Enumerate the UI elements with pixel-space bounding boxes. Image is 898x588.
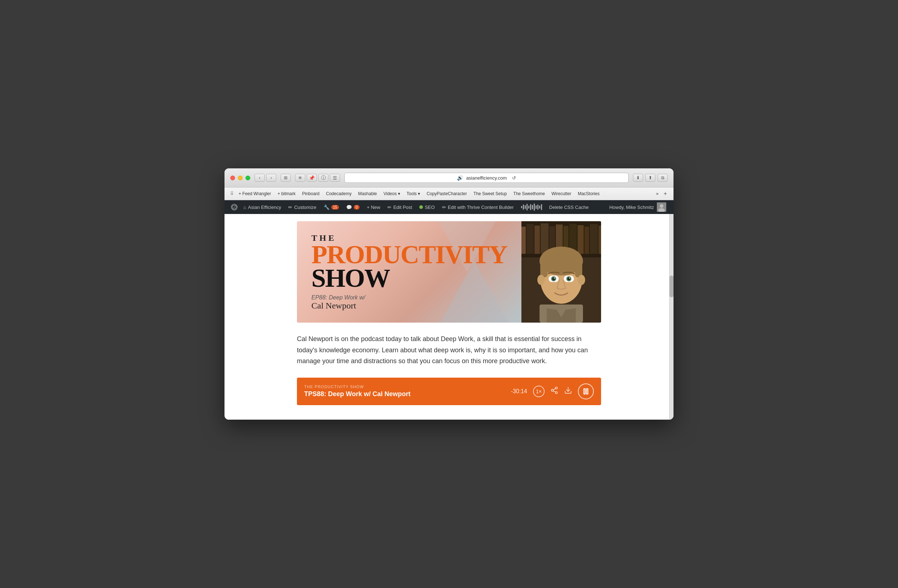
thrive-icon: ✏: [442, 204, 446, 210]
wp-edit-post[interactable]: ✏ Edit Post: [384, 200, 416, 214]
howdy-text: Howdy, Mike Schmitz: [609, 204, 654, 210]
wp-delete-css[interactable]: Delete CSS Cache: [546, 200, 592, 214]
address-bar[interactable]: 🔊 asianefficiency.com ↺: [344, 173, 629, 183]
bookmarks-bar: ⠿ + Feed Wrangler + bitmark Pinboard Cod…: [224, 187, 674, 200]
audio-player: THE PRODUCTIVITY SHOW TPS88: Deep Work w…: [297, 378, 601, 405]
bookmark-mashable[interactable]: Mashable: [355, 190, 380, 197]
extension-asterisk[interactable]: ✳: [295, 174, 305, 182]
svg-line-39: [553, 391, 555, 393]
traffic-lights: [230, 176, 250, 180]
svg-point-35: [569, 278, 570, 279]
waveform-display: [521, 203, 542, 212]
bookmark-wirecutter[interactable]: Wirecutter: [549, 190, 574, 197]
banner-text-section: THE PRODUCTIVITY SHOW EP88: Deep Work w/…: [297, 221, 521, 322]
svg-rect-42: [584, 389, 586, 394]
bookmark-codecademy[interactable]: Codecademy: [323, 190, 355, 197]
svg-rect-24: [540, 259, 547, 277]
svg-rect-25: [575, 259, 582, 277]
nav-buttons: ‹ ›: [255, 174, 276, 182]
wp-logo-button[interactable]: [229, 200, 240, 214]
comments-icon: 💬: [346, 204, 352, 210]
banner-ep-text: EP88: Deep Work w/: [311, 294, 507, 301]
window-resize-button[interactable]: ⧉: [658, 174, 668, 182]
svg-point-27: [578, 275, 585, 285]
extension-menu[interactable]: ☰: [330, 174, 340, 182]
content-area: THE PRODUCTIVITY SHOW EP88: Deep Work w/…: [224, 214, 674, 420]
svg-rect-18: [598, 226, 601, 254]
svg-rect-10: [541, 223, 549, 254]
svg-line-40: [553, 388, 555, 390]
episode-description: Cal Newport is on the podcast today to t…: [297, 333, 601, 367]
back-button[interactable]: ‹: [255, 174, 265, 182]
toolbar-right: ⬇ ⬆ ⧉: [633, 174, 668, 182]
playback-speed-button[interactable]: 1×: [533, 385, 544, 397]
download-audio-button[interactable]: [564, 386, 572, 396]
grid-icon: ⠿: [229, 191, 235, 196]
svg-point-26: [537, 275, 544, 285]
download-status-button[interactable]: ⬇: [633, 174, 643, 182]
reload-icon[interactable]: ↺: [512, 175, 516, 181]
wp-waveform[interactable]: [517, 200, 546, 214]
wp-updates[interactable]: 🔧 15: [320, 200, 343, 214]
svg-rect-8: [526, 224, 534, 254]
share-audio-button[interactable]: [550, 386, 558, 396]
scrollbar-thumb[interactable]: [669, 276, 674, 297]
wp-comments[interactable]: 💬 0: [343, 200, 363, 214]
bookmark-bitmark[interactable]: + bitmark: [275, 190, 299, 197]
podcast-banner: THE PRODUCTIVITY SHOW EP88: Deep Work w/…: [297, 221, 601, 322]
bookmark-pinboard[interactable]: Pinboard: [299, 190, 322, 197]
audio-time-display: -30:14: [511, 388, 527, 395]
comments-badge: 0: [354, 205, 360, 210]
bookmarks-add-button[interactable]: +: [661, 189, 669, 198]
minimize-button[interactable]: [238, 176, 243, 180]
wp-admin-bar: ⌂ Asian Efficiency ✏ Customize 🔧 15 💬 0 …: [224, 200, 674, 214]
tab-view-button[interactable]: ⊞: [281, 174, 291, 182]
scrollbar[interactable]: [669, 214, 674, 420]
svg-rect-43: [587, 389, 588, 394]
edit-icon: ✏: [387, 204, 391, 210]
audio-player-info: THE PRODUCTIVITY SHOW TPS88: Deep Work w…: [304, 384, 505, 398]
wp-new[interactable]: + New: [363, 200, 384, 214]
svg-rect-7: [521, 227, 526, 254]
close-button[interactable]: [230, 176, 235, 180]
user-avatar[interactable]: [657, 203, 666, 212]
customize-icon: ✏: [288, 204, 292, 210]
seo-status-dot: [419, 205, 423, 209]
svg-point-34: [554, 278, 555, 279]
svg-rect-17: [590, 224, 598, 254]
extension-info[interactable]: ⓘ: [318, 174, 328, 182]
extension-pin[interactable]: 📌: [307, 174, 317, 182]
svg-point-2: [660, 204, 663, 208]
address-bar-container: 🔊 asianefficiency.com ↺: [344, 173, 629, 183]
svg-rect-16: [584, 227, 589, 254]
page-content: THE PRODUCTIVITY SHOW EP88: Deep Work w/…: [286, 214, 612, 420]
url-text: asianefficiency.com: [466, 175, 507, 181]
bookmark-copypaste[interactable]: CopyPasteCharacter: [424, 190, 470, 197]
bookmark-sweethome[interactable]: The Sweethome: [511, 190, 548, 197]
wp-site-name[interactable]: ⌂ Asian Efficiency: [240, 200, 284, 214]
play-pause-button[interactable]: [578, 384, 594, 399]
wp-thrive-builder[interactable]: ✏ Edit with Thrive Content Builder: [438, 200, 517, 214]
audio-episode-title: TPS88: Deep Work w/ Cal Newport: [304, 390, 505, 398]
audio-show-name: THE PRODUCTIVITY SHOW: [304, 384, 505, 389]
wp-customize[interactable]: ✏ Customize: [284, 200, 320, 214]
bookmark-feed-wrangler[interactable]: + Feed Wrangler: [236, 190, 274, 197]
banner-photo: [521, 221, 601, 322]
forward-button[interactable]: ›: [266, 174, 276, 182]
wp-howdy-section: Howdy, Mike Schmitz: [606, 203, 669, 212]
bookmark-videos[interactable]: Videos ▾: [381, 190, 403, 197]
updates-icon: 🔧: [324, 204, 329, 210]
site-icon: ⌂: [243, 204, 246, 210]
share-button[interactable]: ⬆: [645, 174, 655, 182]
wp-seo[interactable]: SEO: [416, 200, 438, 214]
sound-icon: 🔊: [457, 175, 463, 181]
title-bar: ‹ › ⊞ ✳ 📌 ⓘ ☰ 🔊 asianefficiency.com ↺ ⬇ …: [224, 168, 674, 187]
banner-show-text: SHOW: [311, 267, 507, 290]
bookmark-macstories[interactable]: MacStories: [575, 190, 603, 197]
maximize-button[interactable]: [246, 176, 250, 180]
bookmark-tools[interactable]: Tools ▾: [404, 190, 423, 197]
audio-controls: -30:14 1×: [511, 384, 594, 399]
bookmark-sweet-setup[interactable]: The Sweet Setup: [471, 190, 510, 197]
updates-badge: 15: [331, 205, 339, 210]
bookmarks-more-button[interactable]: »: [654, 190, 661, 197]
